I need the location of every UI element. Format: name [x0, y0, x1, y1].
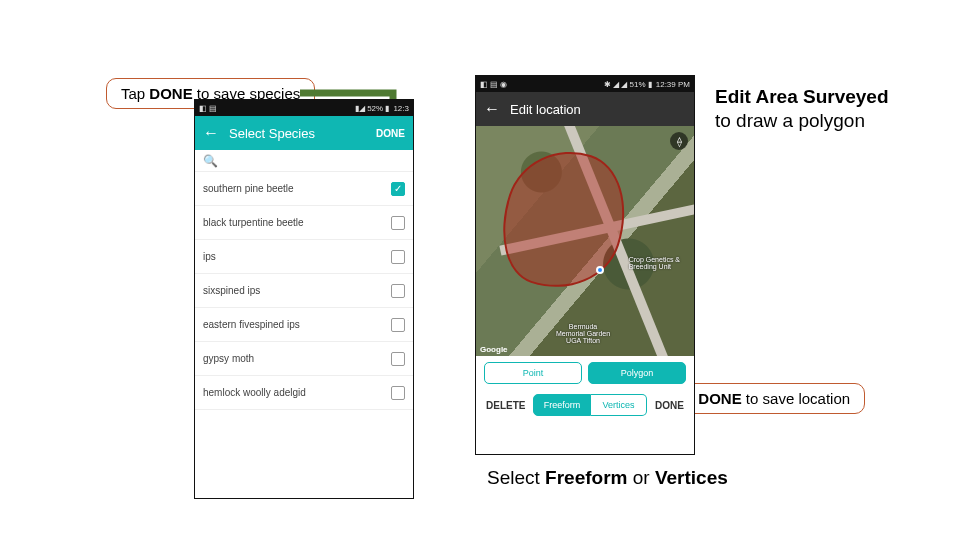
checkbox-icon[interactable]	[391, 284, 405, 298]
species-name: southern pine beetle	[203, 183, 294, 194]
bottom-toolbar: DELETE Freeform Vertices DONE	[476, 390, 694, 424]
checkbox-icon[interactable]	[391, 318, 405, 332]
checkbox-icon[interactable]	[391, 216, 405, 230]
status-icons-left: ◧ ▤	[199, 104, 217, 113]
label-select-mode: Select Freeform or Vertices	[487, 466, 728, 490]
checkbox-icon[interactable]	[391, 352, 405, 366]
species-row[interactable]: ips	[195, 240, 413, 274]
status-signal: ▮◢ 52% ▮	[355, 104, 389, 113]
survey-polygon[interactable]	[485, 135, 642, 305]
map-poi-label: Bermuda Memorial Garden UGA Tifton	[556, 323, 610, 344]
appbar-select-species: ← Select Species DONE	[195, 116, 413, 150]
species-row[interactable]: hemlock woolly adelgid	[195, 376, 413, 410]
tab-freeform[interactable]: Freeform	[533, 394, 590, 416]
species-name: ips	[203, 251, 216, 262]
appbar-title: Edit location	[510, 102, 581, 117]
shape-type-tabs: Point Polygon	[476, 356, 694, 390]
species-name: sixspined ips	[203, 285, 260, 296]
tab-vertices[interactable]: Vertices	[591, 394, 647, 416]
species-row[interactable]: gypsy moth	[195, 342, 413, 376]
back-icon[interactable]: ←	[203, 124, 219, 142]
status-icons-left: ◧ ▤ ◉	[480, 80, 507, 89]
species-name: gypsy moth	[203, 353, 254, 364]
back-icon[interactable]: ←	[484, 100, 500, 118]
map[interactable]: ⟠ Crop Genetics & Breeding Unit Bermuda …	[476, 126, 694, 356]
phone-edit-location: ◧ ▤ ◉ ✱ ◢ ◢ 51% ▮ 12:39 PM ← Edit locati…	[475, 75, 695, 455]
tab-polygon[interactable]: Polygon	[588, 362, 686, 384]
delete-button[interactable]: DELETE	[484, 396, 527, 415]
status-bar: ◧ ▤ ▮◢ 52% ▮ 12:3	[195, 100, 413, 116]
checkbox-icon[interactable]: ✓	[391, 182, 405, 196]
compass-icon[interactable]: ⟠	[670, 132, 688, 150]
species-row[interactable]: sixspined ips	[195, 274, 413, 308]
tab-point[interactable]: Point	[484, 362, 582, 384]
appbar-edit-location: ← Edit location	[476, 92, 694, 126]
draw-mode-tabs: Freeform Vertices	[533, 394, 647, 416]
appbar-title: Select Species	[229, 126, 376, 141]
phone-select-species: ◧ ▤ ▮◢ 52% ▮ 12:3 ← Select Species DONE …	[194, 99, 414, 499]
status-time: 12:3	[393, 104, 409, 113]
species-name: eastern fivespined ips	[203, 319, 300, 330]
species-list: southern pine beetle✓black turpentine be…	[195, 172, 413, 410]
checkbox-icon[interactable]	[391, 386, 405, 400]
search-input[interactable]: 🔍	[195, 150, 413, 172]
species-row[interactable]: black turpentine beetle	[195, 206, 413, 240]
status-signal: ✱ ◢ ◢ 51% ▮	[604, 80, 652, 89]
map-attribution: Google	[480, 345, 508, 354]
status-time: 12:39 PM	[656, 80, 690, 89]
label-edit-area: Edit Area Surveyedto draw a polygon	[715, 85, 925, 133]
search-icon: 🔍	[203, 154, 218, 168]
species-row[interactable]: eastern fivespined ips	[195, 308, 413, 342]
status-bar: ◧ ▤ ◉ ✱ ◢ ◢ 51% ▮ 12:39 PM	[476, 76, 694, 92]
species-row[interactable]: southern pine beetle✓	[195, 172, 413, 206]
location-dot-icon	[596, 266, 604, 274]
checkbox-icon[interactable]	[391, 250, 405, 264]
species-name: hemlock woolly adelgid	[203, 387, 306, 398]
done-button[interactable]: DONE	[376, 128, 405, 139]
done-button[interactable]: DONE	[653, 396, 686, 415]
map-poi-label: Crop Genetics & Breeding Unit	[629, 256, 680, 270]
species-name: black turpentine beetle	[203, 217, 304, 228]
